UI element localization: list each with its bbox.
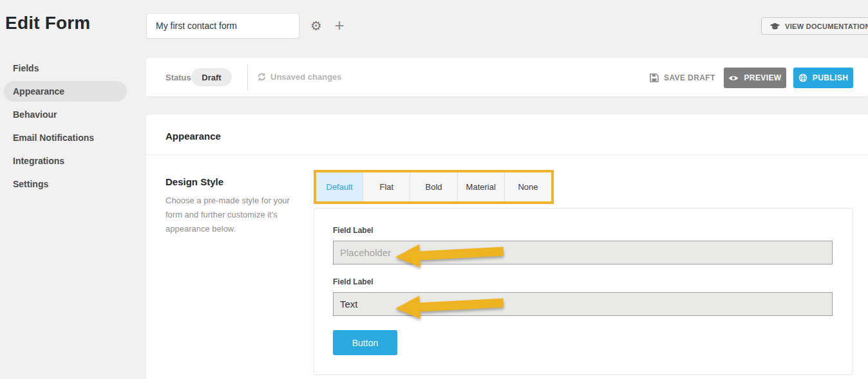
preview-text-input[interactable]	[333, 292, 833, 316]
refresh-icon	[257, 72, 267, 82]
sidebar-item-email-notifications[interactable]: Email Notifications	[4, 127, 127, 148]
section-divider	[146, 154, 868, 155]
save-draft-button[interactable]: SAVE DRAFT	[650, 71, 715, 85]
page-title: Edit Form	[5, 13, 90, 33]
form-name-input[interactable]	[146, 13, 299, 39]
publish-button[interactable]: PUBLISH	[793, 68, 853, 88]
sidebar-item-settings[interactable]: Settings	[4, 174, 127, 194]
unsaved-changes-status: Unsaved changes	[257, 72, 342, 82]
save-icon	[650, 73, 659, 82]
section-title: Appearance	[165, 131, 221, 142]
view-documentation-button[interactable]: VIEW DOCUMENTATION	[761, 17, 868, 35]
unsaved-changes-label: Unsaved changes	[270, 72, 342, 82]
add-form-plus-icon[interactable]: +	[331, 16, 348, 35]
tab-flat[interactable]: Flat	[363, 172, 410, 201]
tab-material[interactable]: Material	[457, 172, 504, 201]
view-documentation-label: VIEW DOCUMENTATION	[785, 23, 868, 30]
preview-placeholder-input[interactable]	[333, 241, 833, 264]
globe-icon	[798, 73, 807, 82]
preview-form-button[interactable]: Button	[333, 330, 397, 355]
tab-default[interactable]: Default	[316, 172, 363, 201]
preview-button[interactable]: PREVIEW	[724, 68, 786, 88]
tab-bold[interactable]: Bold	[410, 172, 457, 201]
tab-none[interactable]: None	[504, 172, 551, 201]
publish-label: PUBLISH	[813, 73, 848, 82]
status-label: Status	[165, 73, 191, 82]
sidebar-item-appearance[interactable]: Appearance	[4, 81, 127, 102]
save-draft-label: SAVE DRAFT	[664, 73, 715, 82]
design-style-tabs-highlighted: Default Flat Bold Material None	[314, 170, 554, 204]
sidebar: Fields Appearance Behaviour Email Notifi…	[0, 57, 146, 379]
toolbar-divider	[247, 64, 248, 90]
sidebar-item-integrations[interactable]: Integrations	[4, 151, 127, 171]
sidebar-item-behaviour[interactable]: Behaviour	[4, 104, 127, 125]
preview-field-label-2: Field Label	[333, 277, 373, 286]
status-badge: Draft	[191, 68, 232, 86]
preview-label: PREVIEW	[744, 73, 781, 82]
eye-icon	[728, 75, 739, 82]
graduation-cap-icon	[769, 23, 780, 30]
design-style-title: Design Style	[165, 176, 223, 187]
preview-field-label-1: Field Label	[333, 226, 373, 235]
sidebar-item-fields[interactable]: Fields	[4, 58, 127, 79]
design-style-description: Choose a pre-made style for your form an…	[165, 194, 291, 236]
gear-icon[interactable]: ⚙	[308, 17, 324, 34]
